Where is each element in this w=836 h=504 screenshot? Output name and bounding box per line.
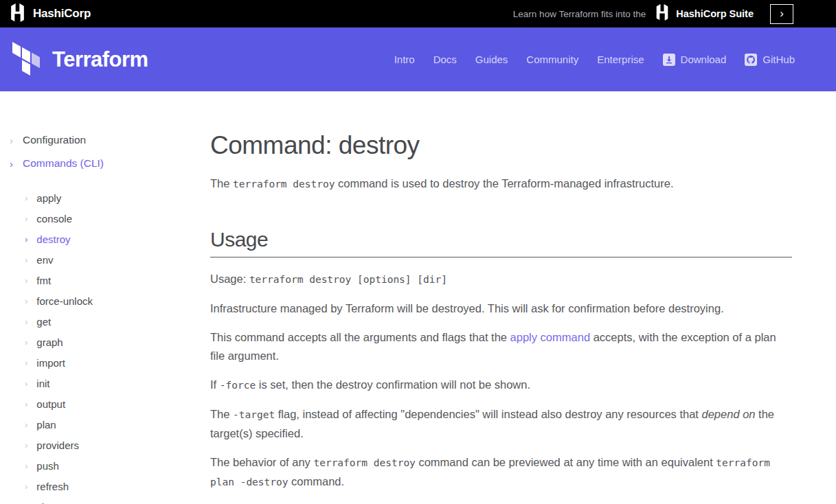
apply-command-link[interactable]: apply command xyxy=(510,331,590,343)
docs-sidebar: › Configuration › Commands (CLI) ›apply … xyxy=(0,91,210,504)
sidebar-item-push[interactable]: ›push xyxy=(25,455,210,476)
paragraph: Infrastructure managed by Terraform will… xyxy=(210,299,792,318)
sidebar-item-plan[interactable]: ›plan xyxy=(25,414,210,435)
hashicorp-logo-icon xyxy=(8,3,27,25)
chevron-right-icon: › xyxy=(25,378,27,389)
page-title: Command: destroy xyxy=(210,130,792,161)
inline-code: terraform destroy xyxy=(233,179,335,190)
paragraph: The behavior of any terraform destroy co… xyxy=(210,453,792,492)
download-icon xyxy=(663,54,675,66)
github-icon xyxy=(745,54,757,66)
chevron-right-icon: › xyxy=(780,8,784,19)
promo-text: Learn how Terraform fits into the xyxy=(513,9,646,19)
sidebar-item-commands-cli[interactable]: › Commands (CLI) xyxy=(10,157,210,170)
topbar: HashiCorp Learn how Terraform fits into … xyxy=(0,0,836,27)
hashicorp-suite-icon xyxy=(654,4,670,23)
doc-content: Command: destroy The terraform destroy c… xyxy=(210,91,836,504)
hashicorp-home-link[interactable]: HashiCorp xyxy=(8,3,91,25)
paragraph: The -target flag, instead of affecting "… xyxy=(210,405,792,443)
sidebar-item-destroy[interactable]: ›destroy xyxy=(25,229,210,249)
chevron-right-icon: › xyxy=(25,337,27,347)
chevron-right-icon: › xyxy=(25,481,27,492)
chevron-right-icon: › xyxy=(25,214,27,224)
terraform-wordmark: Terraform xyxy=(52,47,148,72)
sidebar-item-init[interactable]: ›init xyxy=(25,373,210,393)
inline-code: -force xyxy=(220,380,256,391)
usage-heading: Usage xyxy=(210,228,792,257)
chevron-right-icon: › xyxy=(25,440,27,450)
sidebar-item-fmt[interactable]: ›fmt xyxy=(25,270,210,290)
chevron-right-icon: › xyxy=(25,420,27,430)
usage-line: Usage: terraform destroy [options] [dir] xyxy=(210,270,792,289)
sidebar-item-graph[interactable]: ›graph xyxy=(25,332,210,352)
hashicorp-brand-name: HashiCorp xyxy=(33,7,91,21)
nav-github[interactable]: GitHub xyxy=(745,54,795,66)
sidebar-item-console[interactable]: ›console xyxy=(25,208,210,229)
sidebar-item-refresh[interactable]: ›refresh xyxy=(25,476,210,496)
nav-enterprise[interactable]: Enterprise xyxy=(597,54,644,65)
sidebar-item-providers[interactable]: ›providers xyxy=(25,435,210,455)
inline-code: terraform destroy xyxy=(313,457,415,468)
topbar-promo: Learn how Terraform fits into the HashiC… xyxy=(513,4,793,24)
sidebar-item-env[interactable]: ›env xyxy=(25,249,210,270)
chevron-right-icon: › xyxy=(25,296,27,306)
inline-code: terraform destroy [options] [dir] xyxy=(249,274,447,285)
suite-cta-button[interactable]: › xyxy=(770,4,793,24)
chevron-right-icon: › xyxy=(25,193,27,203)
main-nav: Intro Docs Guides Community Enterprise D… xyxy=(394,54,795,66)
paragraph: This command accepts all the arguments a… xyxy=(210,328,792,365)
sidebar-item-configuration[interactable]: › Configuration xyxy=(10,134,210,146)
nav-guides[interactable]: Guides xyxy=(475,54,508,65)
chevron-right-icon: › xyxy=(25,275,27,286)
sidebar-item-show[interactable]: ›show xyxy=(25,496,210,504)
terraform-home-link[interactable]: Terraform xyxy=(12,41,148,79)
emphasis-text: depend on xyxy=(702,408,756,420)
sidebar-item-force-unlock[interactable]: ›force-unlock xyxy=(25,290,210,311)
chevron-right-icon: › xyxy=(25,317,27,327)
nav-docs[interactable]: Docs xyxy=(433,54,457,65)
hashicorp-suite: HashiCorp Suite xyxy=(654,4,754,23)
sidebar-item-import[interactable]: ›import xyxy=(25,352,210,373)
chevron-right-icon: › xyxy=(25,399,27,409)
chevron-right-icon: › xyxy=(25,461,27,471)
chevron-right-icon: › xyxy=(25,255,27,265)
chevron-right-icon: › xyxy=(25,502,27,504)
suite-label: HashiCorp Suite xyxy=(676,8,754,19)
intro-paragraph: The terraform destroy command is used to… xyxy=(210,174,792,194)
nav-community[interactable]: Community xyxy=(526,54,578,65)
sidebar-item-output[interactable]: ›output xyxy=(25,393,210,414)
command-list: ›apply ›console ›destroy ›env ›fmt ›forc… xyxy=(10,187,210,504)
chevron-right-icon: › xyxy=(10,158,13,170)
sidebar-item-apply[interactable]: ›apply xyxy=(25,187,210,208)
terraform-logo-icon xyxy=(12,41,43,79)
inline-code: -target xyxy=(233,409,275,420)
sidebar-item-get[interactable]: ›get xyxy=(25,311,210,332)
site-header: Terraform Intro Docs Guides Community En… xyxy=(0,27,836,91)
chevron-right-icon: › xyxy=(25,358,27,368)
page-body: › Configuration › Commands (CLI) ›apply … xyxy=(0,91,836,504)
nav-download[interactable]: Download xyxy=(663,54,727,66)
chevron-right-icon: › xyxy=(10,135,13,146)
chevron-right-icon: › xyxy=(25,234,27,244)
paragraph: If -force is set, then the destroy confi… xyxy=(210,376,792,395)
nav-intro[interactable]: Intro xyxy=(394,54,415,65)
